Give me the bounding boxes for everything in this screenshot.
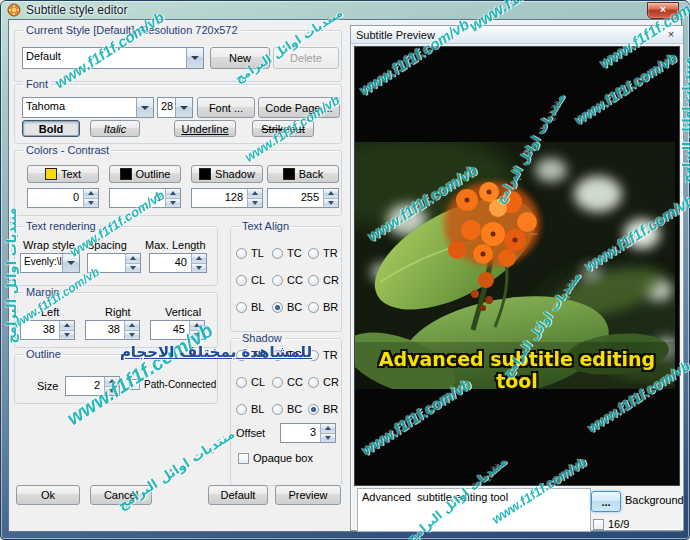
text-align-tl-radio[interactable]: TL xyxy=(236,247,264,259)
margin-left-spinner[interactable]: 38 xyxy=(20,320,75,340)
text-align-bc-radio[interactable]: BC xyxy=(272,301,302,313)
margin-vertical-label: Vertical xyxy=(165,306,201,318)
subtitle-text-input[interactable]: Advanced subtitle editing tool xyxy=(357,488,591,532)
text-align-cc-radio[interactable]: CC xyxy=(272,274,303,286)
font-family-select[interactable]: Tahoma xyxy=(22,97,154,118)
text-color-column: Text0 xyxy=(27,165,99,208)
shadow-tc-radio[interactable]: TC xyxy=(272,349,302,361)
shadow-group-label: Shadow xyxy=(239,332,285,344)
spinner-arrows-icon[interactable] xyxy=(323,189,338,207)
outline-size-spinner[interactable]: 2 xyxy=(65,376,120,396)
default-button[interactable]: Default xyxy=(208,485,268,505)
aspect-ratio-checkbox[interactable]: 16/9 xyxy=(593,518,629,530)
outline-color-button[interactable]: Outline xyxy=(109,165,181,183)
bold-toggle-button[interactable]: Bold xyxy=(22,120,80,137)
margin-right-spinner[interactable]: 38 xyxy=(85,320,140,340)
spacing-label: Spacing xyxy=(87,239,127,251)
radio-icon xyxy=(272,377,283,388)
max-length-spinner[interactable]: 40 xyxy=(149,253,207,273)
dropdown-arrow-icon[interactable] xyxy=(186,48,203,68)
dropdown-arrow-icon[interactable] xyxy=(136,98,153,117)
strikeout-toggle-button[interactable]: Strikeout xyxy=(252,120,314,137)
outline-size-label: Size xyxy=(37,380,58,392)
preview-button[interactable]: Preview xyxy=(275,485,341,505)
spinner-arrows-icon[interactable] xyxy=(83,189,98,207)
underline-toggle-button[interactable]: Underline xyxy=(174,120,236,137)
font-dialog-button[interactable]: Font ... xyxy=(197,97,255,118)
spinner-arrows-icon[interactable] xyxy=(104,377,119,395)
text-align-tr-radio[interactable]: TR xyxy=(308,247,338,259)
shadow-tl-radio[interactable]: TL xyxy=(236,349,264,361)
color-swatch-icon xyxy=(45,168,57,180)
radio-icon xyxy=(236,302,247,313)
preview-title: Subtitle Preview xyxy=(356,29,435,41)
app-icon xyxy=(7,3,21,17)
cancel-button[interactable]: Cancel xyxy=(90,485,152,505)
shadow-br-radio[interactable]: BR xyxy=(308,403,338,415)
italic-toggle-button[interactable]: Italic xyxy=(90,120,140,137)
radio-icon xyxy=(272,275,283,286)
dropdown-arrow-icon[interactable] xyxy=(175,98,192,117)
close-button[interactable]: × xyxy=(647,2,679,19)
background-browse-button[interactable]: ... xyxy=(591,491,621,512)
spinner-arrows-icon[interactable] xyxy=(320,424,335,442)
wrap-style-select[interactable]: Evenly:\l xyxy=(20,253,80,273)
margin-vertical-spinner[interactable]: 45 xyxy=(150,320,205,340)
margin-right-label: Right xyxy=(105,306,131,318)
spinner-arrows-icon[interactable] xyxy=(247,189,262,207)
outline-color-column: Outline0 xyxy=(109,165,181,208)
spacing-spinner[interactable] xyxy=(87,253,141,273)
dialog-client-area: Current Style [Default], Resolution 720x… xyxy=(8,19,682,532)
opaque-box-checkbox[interactable]: Opaque box xyxy=(238,452,313,464)
style-select[interactable]: Default xyxy=(22,47,204,69)
text-contrast-spinner[interactable]: 0 xyxy=(27,188,99,208)
dropdown-arrow-icon[interactable] xyxy=(62,254,79,272)
shadow-cr-radio[interactable]: CR xyxy=(308,376,339,388)
current-style-group-label: Current Style [Default], Resolution 720x… xyxy=(23,24,241,36)
new-style-button[interactable]: New xyxy=(210,47,270,69)
preview-titlebar: Subtitle Preview × xyxy=(351,26,683,44)
text-align-tc-radio[interactable]: TC xyxy=(272,247,302,259)
radio-icon xyxy=(272,404,283,415)
shadow-cl-radio[interactable]: CL xyxy=(236,376,265,388)
font-size-select[interactable]: 28 xyxy=(157,97,193,118)
spinner-arrows-icon[interactable] xyxy=(165,189,180,207)
ok-button[interactable]: Ok xyxy=(16,485,80,505)
window-titlebar: Subtitle style editor xyxy=(1,1,689,19)
radio-icon xyxy=(308,350,319,361)
text-align-br-radio[interactable]: BR xyxy=(308,301,338,313)
spinner-arrows-icon[interactable] xyxy=(189,321,204,339)
subtitle-style-editor-window: Subtitle style editor × Current Style [D… xyxy=(0,0,690,540)
text-align-bl-radio[interactable]: BL xyxy=(236,301,264,313)
radio-icon xyxy=(308,302,319,313)
code-page-button[interactable]: Code Page ... xyxy=(258,97,340,118)
checkbox-icon xyxy=(238,453,249,464)
wrap-style-label: Wrap style xyxy=(23,239,75,251)
text-align-cr-radio[interactable]: CR xyxy=(308,274,339,286)
shadow-offset-spinner[interactable]: 3 xyxy=(280,423,336,443)
shadow-tr-radio[interactable]: TR xyxy=(308,349,338,361)
back-contrast-spinner[interactable]: 255 xyxy=(267,188,339,208)
outline-contrast-spinner[interactable]: 0 xyxy=(109,188,181,208)
shadow-color-button[interactable]: Shadow xyxy=(191,165,263,183)
shadow-contrast-spinner[interactable]: 128 xyxy=(191,188,263,208)
shadow-bl-radio[interactable]: BL xyxy=(236,403,264,415)
spinner-arrows-icon[interactable] xyxy=(191,254,206,272)
shadow-cc-radio[interactable]: CC xyxy=(272,376,303,388)
background-label: Background xyxy=(625,494,684,506)
subtitle-overlay-text: Advanced subtitle editing tool xyxy=(355,348,679,392)
max-length-label: Max. Length xyxy=(145,239,206,251)
delete-style-button[interactable]: Delete xyxy=(273,47,339,69)
shadow-bc-radio[interactable]: BC xyxy=(272,403,302,415)
outline-group-label: Outline xyxy=(23,348,64,360)
spinner-arrows-icon[interactable] xyxy=(59,321,74,339)
radio-icon xyxy=(236,275,247,286)
text-color-button[interactable]: Text xyxy=(27,165,99,183)
radio-icon xyxy=(308,248,319,259)
spinner-arrows-icon[interactable] xyxy=(125,254,140,272)
back-color-button[interactable]: Back xyxy=(267,165,339,183)
path-connected-checkbox[interactable]: Path-Connected xyxy=(129,379,216,390)
spinner-arrows-icon[interactable] xyxy=(124,321,139,339)
text-align-cl-radio[interactable]: CL xyxy=(236,274,265,286)
preview-close-icon[interactable]: × xyxy=(664,28,678,41)
